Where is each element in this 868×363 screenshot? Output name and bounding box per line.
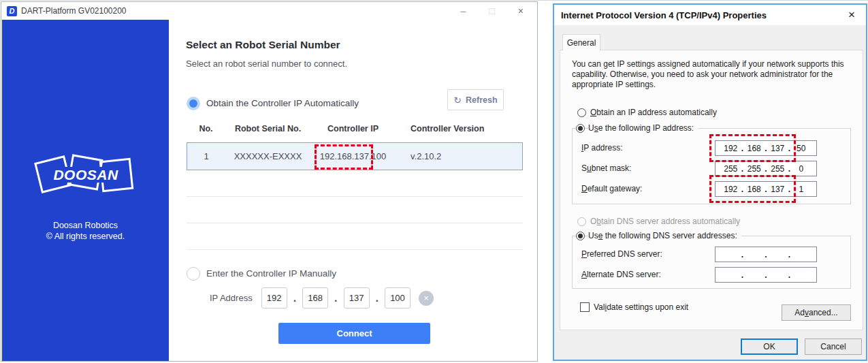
ip-octet-input-2[interactable]: 168 <box>302 287 328 309</box>
refresh-button[interactable]: ↻ Refresh <box>447 89 504 110</box>
column-header-controller-ip: Controller IP <box>310 124 396 136</box>
empty-row-divider <box>187 223 523 223</box>
connect-button[interactable]: Connect <box>278 323 430 344</box>
ip-address-label: IP Address <box>210 293 253 303</box>
doosan-logo: DOOSAN <box>37 155 134 195</box>
radio-obtain-dns-automatically-label: Obtain DNS server address automatically <box>590 217 740 226</box>
radio-obtain-ip-auto-label: Obtain the Controller IP Automatically <box>206 98 359 108</box>
ip-octet-input-4[interactable]: 100 <box>385 287 411 309</box>
refresh-button-label: Refresh <box>466 95 498 105</box>
empty-row-divider <box>187 196 523 197</box>
dart-app-icon: D <box>7 6 17 16</box>
subnet-mask-field[interactable]: 255. 255. 255. 0 <box>715 161 817 176</box>
empty-row-divider <box>187 249 523 250</box>
column-header-controller-version: Controller Version <box>396 124 523 136</box>
dart-titlebar[interactable]: D DART-Platform GV02100200 – □ × <box>1 2 537 20</box>
doosan-sidebar: DOOSAN Doosan Robotics © All rights rese… <box>2 20 169 361</box>
row-serial: XXXXXX-EXXXX <box>225 151 310 161</box>
dialog-title: Internet Protocol Version 4 (TCP/IPv4) P… <box>561 10 767 20</box>
radio-use-following-dns-label: Use the following DNS server addresses: <box>588 231 741 240</box>
advanced-button[interactable]: Advanced... <box>782 304 851 321</box>
cancel-button[interactable]: Cancel <box>805 338 862 355</box>
octet: 255 <box>768 164 788 174</box>
octet: 137 <box>768 144 788 153</box>
radio-obtain-ip-automatically-label: Obtain an IP address automatically <box>590 108 717 117</box>
validate-settings-label: Validate settings upon exit <box>594 302 688 312</box>
ip-dot: . <box>376 292 379 304</box>
page-subtitle: Select an robot serial number to connect… <box>186 59 347 69</box>
sidebar-copyright: © All rights reserved. <box>2 232 169 241</box>
page-title: Select an Robot Serial Number <box>186 39 340 51</box>
alternate-dns-field[interactable]: . . . <box>715 267 817 283</box>
row-ip-suffix: .100 <box>369 151 386 161</box>
radio-use-following-ip-label: Use the following IP address: <box>588 123 698 133</box>
octet: 1 <box>792 185 811 194</box>
preferred-dns-label: Preferred DNS server: <box>581 249 662 259</box>
octet: 192 <box>721 144 741 153</box>
minimize-icon[interactable]: – <box>461 5 466 16</box>
ok-button[interactable]: OK <box>741 338 798 355</box>
octet: 168 <box>745 185 765 194</box>
dialog-description: You can get IP settings assigned automat… <box>572 59 850 90</box>
close-icon[interactable]: × <box>518 5 524 16</box>
octet: 0 <box>792 164 811 174</box>
ip-octet-input-3[interactable]: 137 <box>344 287 370 309</box>
column-header-serial: Robot Serial No. <box>225 124 310 136</box>
octet: 255 <box>721 164 741 174</box>
radio-obtain-dns-automatically <box>577 217 586 226</box>
radio-enter-ip-manually-label: Enter the Controller IP Manually <box>206 268 336 279</box>
octet: 192 <box>721 185 741 194</box>
row-controller-ip: 192.168.137.100 <box>310 151 396 161</box>
maximize-icon[interactable]: □ <box>489 5 494 16</box>
octet: 50 <box>792 144 811 153</box>
radio-enter-ip-manually[interactable] <box>187 267 200 281</box>
row-ip-prefix: 192.168.137 <box>320 151 369 161</box>
dart-window-title: DART-Platform GV02100200 <box>21 6 127 16</box>
row-controller-version: v.2.10.2 <box>396 151 522 161</box>
radio-obtain-ip-automatically[interactable] <box>577 108 586 117</box>
doosan-logo-text: DOOSAN <box>52 167 119 183</box>
octet: 137 <box>768 185 788 194</box>
screenshot-stage: D DART-Platform GV02100200 – □ × DOOSAN … <box>0 0 868 363</box>
default-gateway-label: Default gateway: <box>581 184 642 193</box>
octet: 255 <box>745 164 765 174</box>
clear-ip-icon[interactable]: × <box>419 291 434 306</box>
tcpip-properties-dialog: Internet Protocol Version 4 (TCP/IPv4) P… <box>553 3 867 361</box>
preferred-dns-field[interactable]: . . . <box>715 247 817 262</box>
dialog-titlebar[interactable]: Internet Protocol Version 4 (TCP/IPv4) P… <box>554 5 866 25</box>
dart-platform-window: D DART-Platform GV02100200 – □ × DOOSAN … <box>1 1 538 362</box>
refresh-icon: ↻ <box>453 95 462 106</box>
close-icon[interactable]: × <box>844 8 859 22</box>
ip-address-field[interactable]: 192. 168. 137. 50 <box>715 140 817 156</box>
ip-octet-input-1[interactable]: 192 <box>261 287 287 309</box>
ip-dot: . <box>334 292 337 304</box>
radio-use-following-dns[interactable] <box>576 232 585 240</box>
ip-dot: . <box>293 292 296 304</box>
ip-address-label: IP address: <box>581 143 623 153</box>
robot-table-row[interactable]: 1 XXXXXX-EXXXX 192.168.137.100 v.2.10.2 <box>187 142 523 170</box>
row-no: 1 <box>187 151 225 161</box>
validate-settings-checkbox[interactable] <box>580 302 590 312</box>
subnet-mask-label: Subnet mask: <box>581 163 631 173</box>
radio-use-following-ip[interactable] <box>576 124 585 133</box>
robot-table-header: No. Robot Serial No. Controller IP Contr… <box>187 124 523 136</box>
alternate-dns-label: Alternate DNS server: <box>581 270 661 279</box>
octet: 168 <box>745 144 765 153</box>
radio-obtain-ip-auto[interactable] <box>187 97 200 110</box>
tab-general[interactable]: General <box>562 34 600 50</box>
manual-ip-entry: IP Address 192 . 168 . 137 . 100 × <box>210 287 434 309</box>
default-gateway-field[interactable]: 192. 168. 137. 1 <box>715 181 817 197</box>
column-header-no: No. <box>187 124 225 136</box>
sidebar-company-name: Doosan Robotics <box>2 221 169 230</box>
